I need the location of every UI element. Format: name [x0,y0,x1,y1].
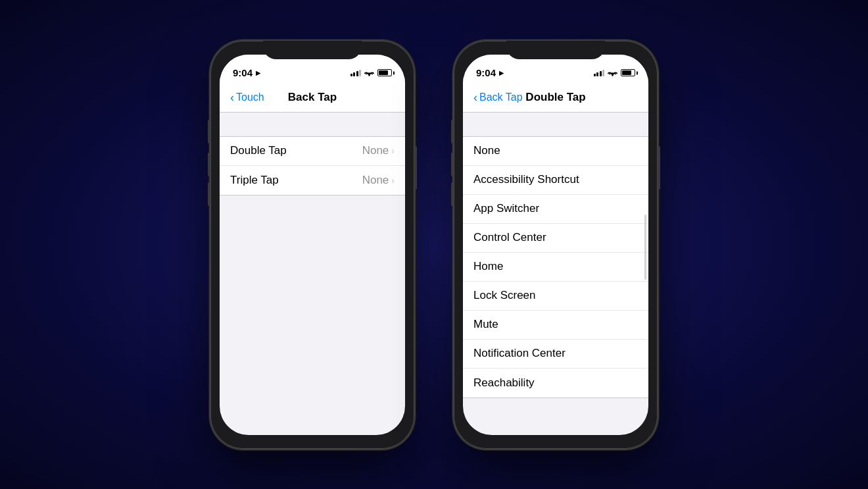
location-arrow-right: ▶ [499,70,504,76]
time-left: 9:04 [233,67,253,78]
battery-icon-right [621,69,635,76]
option-lock-screen: Lock Screen [473,289,536,302]
double-tap-label: Double Tap [230,144,287,157]
list-item-app-switcher[interactable]: App Switcher [463,195,648,224]
section-spacer-left [220,113,405,136]
triple-tap-value: None › [362,174,395,187]
back-chevron-right: ‹ [473,91,477,105]
status-time-left: 9:04 ▶ [233,67,260,78]
nav-bar-right: ‹ Back Tap Double Tap [463,84,648,113]
back-label-left: Touch [236,91,264,103]
signal-bars-left [350,69,362,76]
option-reachability: Reachability [473,376,535,390]
option-app-switcher: App Switcher [473,202,539,215]
list-item-notification-center[interactable]: Notification Center [463,340,648,369]
option-mute: Mute [473,318,498,331]
phone-right: 9:04 ▶ [454,41,658,449]
list-item-double-tap[interactable]: Double Tap None › [220,137,405,166]
option-control-center: Control Center [473,231,546,244]
svg-point-0 [368,74,370,76]
list-item-control-center[interactable]: Control Center [463,224,648,253]
double-tap-value: None › [362,144,395,157]
back-chevron-left: ‹ [230,91,234,105]
list-item-lock-screen[interactable]: Lock Screen [463,282,648,311]
battery-icon-left [377,69,392,76]
triple-tap-current: None [362,174,389,187]
list-item-triple-tap[interactable]: Triple Tap None › [220,166,405,195]
section-spacer-right [463,113,648,136]
wifi-icon-left [364,69,374,76]
status-time-right: 9:04 ▶ [476,67,504,78]
list-item-accessibility-shortcut[interactable]: Accessibility Shortcut [463,166,648,195]
option-notification-center: Notification Center [473,347,566,360]
notch-left [263,41,362,59]
status-icons-left [350,69,393,76]
option-home: Home [473,260,503,273]
signal-bars-right [594,69,605,76]
notch-right [506,41,605,59]
nav-title-right: Double Tap [525,91,585,104]
triple-tap-label: Triple Tap [230,174,279,187]
scroll-indicator [644,215,646,280]
nav-bar-left: ‹ Touch Back Tap [220,84,405,113]
list-item-home[interactable]: Home [463,253,648,282]
list-item-mute[interactable]: Mute [463,311,648,340]
list-group-left: Double Tap None › Triple Tap None › [220,136,405,195]
status-icons-right [594,69,636,76]
back-button-left[interactable]: ‹ Touch [230,91,264,105]
option-none: None [473,144,500,157]
nav-title-left: Back Tap [288,91,337,104]
back-button-right[interactable]: ‹ Back Tap [473,91,523,105]
option-accessibility-shortcut: Accessibility Shortcut [473,173,579,186]
screen-left: 9:04 ▶ [220,55,405,435]
phone-left: 9:04 ▶ [210,41,414,449]
back-label-right: Back Tap [479,91,523,103]
time-right: 9:04 [476,67,496,78]
double-tap-current: None [362,144,389,157]
double-tap-chevron: › [391,145,395,156]
list-group-right: None Accessibility Shortcut App Switcher… [463,136,648,398]
location-arrow-left: ▶ [256,70,260,76]
triple-tap-chevron: › [391,175,395,186]
list-item-none[interactable]: None [463,137,648,166]
screen-right: 9:04 ▶ [463,55,648,435]
wifi-icon-right [608,69,617,76]
list-item-reachability[interactable]: Reachability [463,369,648,398]
svg-point-1 [612,74,613,76]
